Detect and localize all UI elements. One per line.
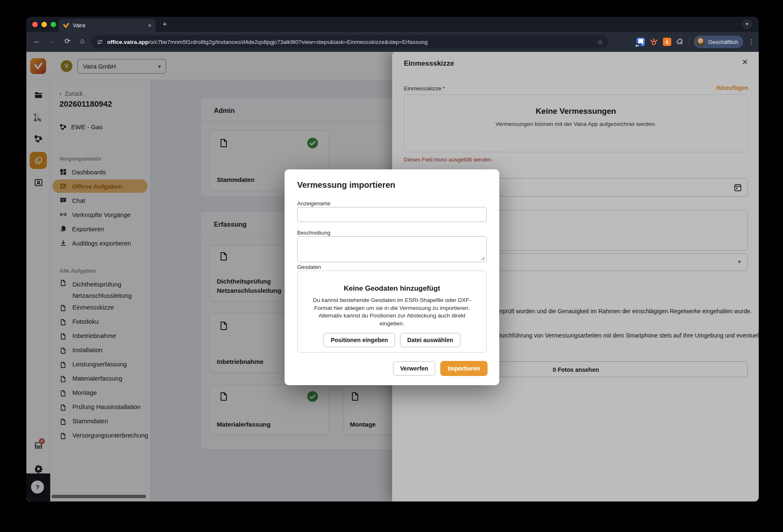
reload-button[interactable]: ⟳ bbox=[62, 37, 73, 46]
bookmark-star-icon[interactable]: ☆ bbox=[597, 38, 603, 46]
geodata-empty-title: Keine Geodaten hinzugefügt bbox=[298, 284, 486, 293]
back-button[interactable]: ← bbox=[31, 37, 42, 45]
geodata-empty-text: Du kannst bestehende Geodaten im ESRI-Sh… bbox=[307, 297, 478, 327]
site-settings-icon bbox=[96, 38, 103, 46]
tab-strip: Vaira × + ▾ bbox=[26, 17, 759, 32]
description-label: Beschreibung bbox=[297, 230, 331, 236]
url-text: office.vaira.app/o/c7be7mnm5f1rdro8tg2g/… bbox=[107, 39, 593, 45]
minimize-window-button[interactable] bbox=[41, 22, 47, 27]
name-label: Anzeigename bbox=[297, 200, 331, 207]
vaira-favicon-icon bbox=[63, 22, 69, 29]
profile-chip[interactable]: Geschäftlich bbox=[694, 36, 743, 48]
geodata-label: Geodaten bbox=[297, 264, 321, 270]
forward-button[interactable]: → bbox=[46, 37, 57, 45]
profile-avatar bbox=[696, 37, 705, 46]
app-page: V Vaira GmbH ▾ T♪ &% 6 ? bbox=[26, 52, 759, 501]
maximize-window-button[interactable] bbox=[51, 22, 56, 27]
discard-button[interactable]: Verwerfen bbox=[393, 361, 435, 376]
description-textarea[interactable] bbox=[297, 236, 487, 262]
tab-title: Vaira bbox=[73, 22, 145, 28]
modal-title: Vermessung importieren bbox=[297, 180, 395, 190]
extensions-puzzle-icon[interactable] bbox=[676, 38, 684, 46]
url-path: /o/c7be7mnm5f1rdro8tg2g/instances/d4de2q… bbox=[149, 39, 428, 45]
geodata-actions: Positionen eingeben Datei auswählen bbox=[298, 333, 486, 347]
browser-toolbar: ← → ⟳ ⌂ office.vaira.app/o/c7be7mnm5f1rd… bbox=[26, 32, 759, 52]
tab-close-icon[interactable]: × bbox=[148, 22, 151, 29]
resize-grip-icon[interactable] bbox=[481, 256, 485, 261]
hubspot-sprocket-icon[interactable] bbox=[650, 38, 658, 46]
close-window-button[interactable] bbox=[32, 22, 38, 27]
choose-file-button[interactable]: Datei auswählen bbox=[400, 333, 460, 347]
toolbar-extensions: 9+ Geschäftlich ⋮ bbox=[637, 35, 755, 49]
browser-menu-icon[interactable]: ⋮ bbox=[748, 38, 755, 46]
extension-blue-icon[interactable]: 9+ bbox=[637, 38, 645, 46]
home-button[interactable]: ⌂ bbox=[77, 37, 88, 45]
display-name-input[interactable] bbox=[297, 207, 487, 222]
modal-footer: Verwerfen Importieren bbox=[393, 361, 488, 376]
new-tab-button[interactable]: + bbox=[162, 20, 167, 29]
extension-badge: 9+ bbox=[634, 43, 640, 48]
import-button[interactable]: Importieren bbox=[440, 361, 488, 376]
enter-positions-button[interactable]: Positionen eingeben bbox=[323, 333, 395, 347]
window-controls bbox=[32, 22, 56, 27]
url-host: office.vaira.app bbox=[107, 39, 149, 45]
hubspot-square-icon[interactable] bbox=[663, 38, 671, 46]
browser-tab[interactable]: Vaira × bbox=[59, 19, 156, 32]
import-measurement-modal: Vermessung importieren Anzeigename Besch… bbox=[285, 169, 499, 385]
tab-search-button[interactable]: ▾ bbox=[742, 19, 752, 29]
geodata-dropzone[interactable]: Keine Geodaten hinzugefügt Du kannst bes… bbox=[297, 271, 487, 353]
browser-window: Vaira × + ▾ ← → ⟳ ⌂ office.vaira.app/o/c… bbox=[26, 17, 759, 501]
profile-label: Geschäftlich bbox=[708, 39, 738, 45]
toolbar-separator bbox=[689, 38, 689, 46]
url-bar[interactable]: office.vaira.app/o/c7be7mnm5f1rdro8tg2g/… bbox=[91, 35, 608, 49]
